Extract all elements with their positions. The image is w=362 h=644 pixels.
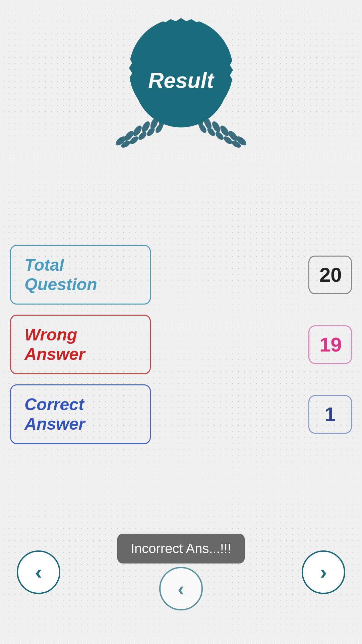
wrong-answer-label: Wrong Answer	[10, 315, 151, 374]
prev-button[interactable]: ‹	[17, 550, 60, 594]
correct-answer-label: Correct Answer	[10, 384, 151, 444]
center-nav-button[interactable]: ‹	[159, 567, 203, 610]
total-question-value: 20	[308, 256, 352, 294]
badge-container: Result	[117, 17, 245, 144]
total-question-row: Total Question 20	[10, 245, 352, 305]
bottom-nav: ‹ Incorrect Ans...!!! ‹ ›	[0, 534, 362, 610]
total-question-label: Total Question	[10, 245, 151, 305]
wrong-answer-value: 19	[308, 325, 352, 364]
result-badge: Result	[134, 34, 228, 127]
stats-section: Total Question 20 Wrong Answer 19 Correc…	[0, 225, 362, 458]
tooltip-text: Incorrect Ans...!!!	[131, 541, 231, 556]
wrong-answer-row: Wrong Answer 19	[10, 315, 352, 374]
result-title: Result	[148, 68, 214, 93]
correct-answer-value: 1	[308, 395, 352, 434]
next-button[interactable]: ›	[302, 550, 345, 594]
center-nav-wrapper: Incorrect Ans...!!! ‹	[117, 534, 245, 610]
correct-answer-row: Correct Answer 1	[10, 384, 352, 444]
center-arrow-icon: ‹	[178, 577, 184, 600]
prev-arrow-icon: ‹	[35, 560, 42, 584]
next-arrow-icon: ›	[320, 560, 327, 584]
empty-space	[0, 141, 362, 225]
header-section: Result	[0, 0, 362, 141]
tooltip-box: Incorrect Ans...!!!	[117, 534, 245, 564]
